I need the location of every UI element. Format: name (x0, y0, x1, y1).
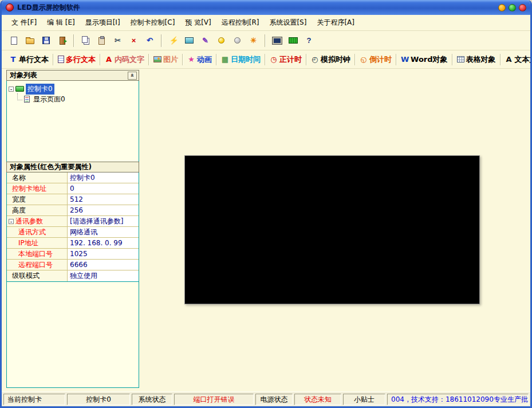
new-button[interactable] (6, 33, 22, 48)
object-list-title: 对象列表 (10, 70, 37, 80)
insert-text-file-button[interactable]: A 文本文件 (502, 52, 532, 67)
insert-datetime-button[interactable]: ▦ 日期时间 (218, 52, 263, 67)
menu-system-settings[interactable]: 系统设置[S] (264, 16, 312, 29)
toolbar-separator (53, 54, 54, 65)
tree-expand-toggle[interactable]: - (9, 87, 14, 92)
insert-multi-line-text-button[interactable]: 多行文本 (55, 52, 98, 67)
insert-table-object-button[interactable]: 表格对象 (454, 52, 499, 67)
property-row-width: 宽度 512 (7, 194, 139, 205)
property-name: 通讯参数 (15, 217, 43, 226)
power-on-button[interactable] (214, 33, 229, 48)
toolbar-separator (452, 54, 453, 65)
delete-button[interactable]: × (126, 33, 141, 48)
property-row-cascade-mode: 级联模式 独立使用 (7, 270, 139, 281)
open-folder-icon (26, 38, 34, 44)
property-value[interactable]: 控制卡0 (68, 172, 139, 183)
window-controls (498, 4, 526, 11)
properties-title: 对象属性(红色为重要属性) (10, 162, 92, 172)
insert-analog-clock-button[interactable]: ◴ 模拟时钟 (308, 52, 353, 67)
property-value[interactable]: 0 (68, 183, 139, 194)
menu-display-items[interactable]: 显示项目[I] (80, 16, 125, 29)
property-value[interactable]: 6666 (68, 260, 139, 270)
cut-button[interactable]: ✂ (110, 33, 125, 48)
toolbar-item-label: 单行文本 (19, 54, 49, 65)
toolbar-separator (148, 54, 149, 65)
property-name: 本地端口号 (18, 249, 53, 259)
monitor-preview-button[interactable] (269, 33, 285, 48)
bulb-off-icon (234, 37, 241, 44)
property-value[interactable]: [请选择通讯参数] (68, 216, 139, 226)
tree-connector (17, 93, 22, 100)
property-value[interactable]: 1025 (68, 249, 139, 259)
charcode-text-icon: A (105, 56, 113, 63)
minimize-button[interactable] (498, 4, 506, 11)
property-name: 通讯方式 (18, 227, 46, 237)
property-row-name: 名称 控制卡0 (7, 172, 139, 183)
property-name: 宽度 (12, 195, 26, 205)
app-window: LED显示屏控制软件 文 件[F] 编 辑 [E] 显示项目[I] 控制卡控制[… (0, 0, 532, 408)
open-button[interactable] (22, 33, 38, 48)
property-name: 控制卡地址 (12, 184, 46, 194)
property-value[interactable]: 192. 168. 0. 99 (68, 238, 139, 248)
menu-preview[interactable]: 预 览[V] (180, 16, 216, 29)
app-icon (6, 3, 14, 11)
menu-card-control[interactable]: 控制卡控制[C] (125, 16, 180, 29)
led-display-preview[interactable] (184, 155, 480, 304)
tree-node-display-page[interactable]: 显示页面0 (31, 94, 67, 105)
toolbar-item-label: 图片 (163, 54, 178, 65)
menu-about[interactable]: 关于程序[A] (312, 16, 360, 29)
toolbar-separator (306, 54, 307, 65)
insert-picture-button[interactable]: 图片 (151, 52, 181, 67)
new-document-icon (11, 37, 17, 45)
paste-button[interactable] (94, 33, 109, 48)
insert-single-line-text-button[interactable]: T 单行文本 (6, 52, 52, 67)
property-name: 高度 (12, 206, 26, 215)
property-value[interactable]: 网络通讯 (68, 227, 139, 237)
insert-animation-button[interactable]: ★ 动画 (184, 52, 215, 67)
undo-button[interactable]: ↶ (142, 33, 157, 48)
insert-countdown-timer-button[interactable]: ◵ 倒计时 (357, 52, 395, 67)
collapse-panel-button[interactable]: » (128, 72, 137, 80)
cut-scissors-icon: ✂ (114, 37, 122, 44)
group-collapse-toggle[interactable]: - (9, 219, 14, 224)
menu-file[interactable]: 文 件[F] (6, 16, 42, 29)
property-row-remote-port: 远程端口号 6666 (7, 260, 139, 270)
copy-button[interactable] (78, 33, 93, 48)
insert-charcode-text-button[interactable]: A 内码文字 (102, 52, 147, 67)
help-button[interactable]: ? (301, 33, 317, 48)
menu-remote-control[interactable]: 远程控制[R] (216, 16, 265, 29)
property-value[interactable]: 独立使用 (68, 270, 139, 281)
status-support-info: 004，技术支持：18611012090专业生产批 (387, 394, 529, 405)
edit-brush-button[interactable]: ✎ (198, 33, 213, 48)
power-off-button[interactable] (230, 33, 245, 48)
menu-edit[interactable]: 编 辑 [E] (42, 16, 80, 29)
insert-countup-timer-button[interactable]: ◷ 正计时 (267, 52, 305, 67)
toolbar-item-label: 正计时 (279, 54, 302, 65)
led-board-button[interactable] (285, 33, 301, 48)
toolbar-separator (500, 54, 501, 65)
property-row-height: 高度 256 (7, 205, 139, 216)
window-title: LED显示屏控制软件 (17, 3, 495, 13)
exit-button[interactable] (54, 33, 70, 48)
property-row-ip-address: IP地址 192. 168. 0. 99 (7, 238, 139, 249)
maximize-button[interactable] (509, 4, 516, 11)
close-button[interactable] (519, 4, 526, 11)
save-icon (42, 37, 50, 44)
copy-icon (82, 36, 88, 43)
exit-door-icon (60, 37, 65, 45)
brightness-button[interactable]: ☀ (246, 33, 261, 48)
property-value[interactable]: 256 (68, 205, 139, 215)
property-value[interactable]: 512 (68, 194, 139, 205)
toolbar-separator (354, 54, 356, 65)
toolbar-item-label: 模拟时钟 (321, 54, 350, 65)
tree-node-controller[interactable]: 控制卡0 (26, 84, 54, 95)
single-line-text-icon: T (9, 56, 17, 63)
main-area: 对象列表 » - 控制卡0 显示页面0 对象属性(红色为重要属性) (2, 69, 530, 391)
display-page-icon (24, 96, 30, 103)
insert-word-object-button[interactable]: W Word对象 (398, 52, 451, 67)
save-button[interactable] (38, 33, 54, 48)
word-object-icon: W (401, 56, 409, 63)
send-to-screen-button[interactable] (182, 33, 197, 48)
property-grid: 名称 控制卡0 控制卡地址 0 宽度 512 高度 256 - (7, 172, 139, 282)
connect-button[interactable]: ⚡ (165, 33, 181, 48)
